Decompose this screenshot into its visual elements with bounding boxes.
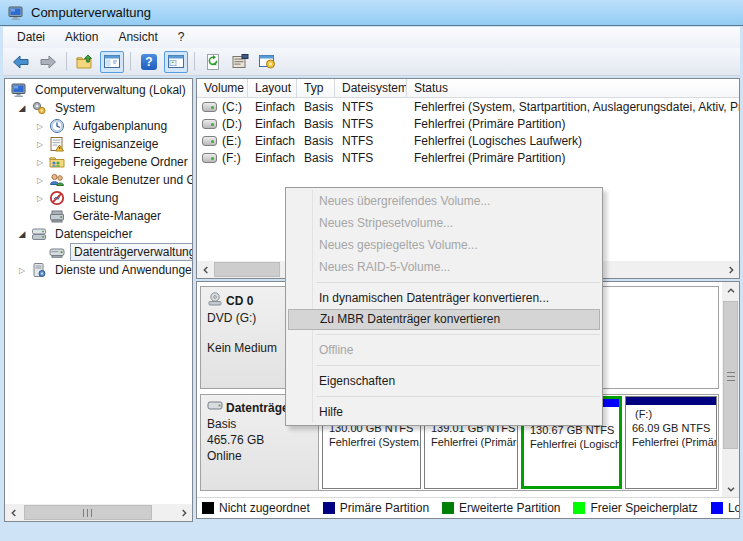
toolbar-separator <box>194 52 195 71</box>
volume-row-f[interactable]: (F:) Einfach Basis NTFS Fehlerfrei (Prim… <box>197 149 739 166</box>
scroll-left-icon[interactable] <box>197 261 214 278</box>
performance-icon <box>49 190 65 206</box>
tree-item-dienste[interactable]: ▷ Dienste und Anwendungen <box>5 261 192 279</box>
partition-color-bar <box>626 397 716 405</box>
menu-item-neues-raid5-volume: Neues RAID-5-Volume... <box>286 256 602 278</box>
expander-collapsed-icon[interactable]: ▷ <box>31 176 49 185</box>
legend-swatch <box>202 502 214 514</box>
tree-item-leistung[interactable]: ▷ Leistung <box>5 189 192 207</box>
disk-management-icon <box>49 244 65 260</box>
toolbar-separator <box>66 52 67 71</box>
event-viewer-icon <box>49 136 65 152</box>
expander-expanded-icon[interactable]: ◢ <box>13 103 31 113</box>
expander-collapsed-icon[interactable]: ▷ <box>31 122 49 131</box>
tree-item-system[interactable]: ◢ System <box>5 99 192 117</box>
scroll-up-icon[interactable] <box>722 282 739 299</box>
legend-free-space: Freier Speicherplatz <box>573 501 697 515</box>
expander-collapsed-icon[interactable]: ▷ <box>31 194 49 203</box>
volume-row-c[interactable]: (C:) Einfach Basis NTFS Fehlerfrei (Syst… <box>197 98 739 115</box>
legend-swatch <box>573 502 585 514</box>
tree-item-label: Datenspeicher <box>52 226 135 242</box>
scroll-right-icon[interactable] <box>175 504 192 521</box>
menu-aktion[interactable]: Aktion <box>55 27 108 48</box>
folder-up-icon[interactable] <box>73 51 97 73</box>
tree-item-label: Geräte-Manager <box>70 208 164 224</box>
tree-item-freigegebene-ordner[interactable]: ▷ Freigegebene Ordner <box>5 153 192 171</box>
tree-item-label: Aufgabenplanung <box>70 118 170 134</box>
tree-item-aufgabenplanung[interactable]: ▷ Aufgabenplanung <box>5 117 192 135</box>
tree-horizontal-scrollbar[interactable] <box>5 504 192 521</box>
drive-icon <box>202 153 217 163</box>
expander-collapsed-icon[interactable]: ▷ <box>31 158 49 167</box>
menu-ansicht[interactable]: Ansicht <box>108 27 167 48</box>
toolbar: ? <box>3 48 740 76</box>
tree-item-ereignisanzeige[interactable]: ▷ Ereignisanzeige <box>5 135 192 153</box>
legend-extended-partition: Erweiterte Partition <box>442 501 560 515</box>
services-icon <box>31 262 47 278</box>
column-header-dateisystem[interactable]: Dateisystem <box>335 79 407 97</box>
back-icon[interactable] <box>9 51 33 73</box>
legend-swatch <box>711 502 723 514</box>
device-manager-icon <box>49 208 65 224</box>
menu-item-eigenschaften[interactable]: Eigenschaften <box>286 370 602 392</box>
menu-help[interactable]: ? <box>168 27 195 48</box>
scroll-right-icon[interactable] <box>722 261 739 278</box>
gears-icon <box>31 100 47 116</box>
cd-title: CD 0 <box>226 293 253 309</box>
window-title: Computerverwaltung <box>31 5 151 20</box>
drive-icon <box>202 102 217 112</box>
column-header-typ[interactable]: Typ <box>297 79 335 97</box>
drive-icon <box>202 119 217 129</box>
properties-icon[interactable] <box>228 51 252 73</box>
tree-item-label: Lokale Benutzer und Gruppen <box>70 172 193 188</box>
tree-item-datenspeicher[interactable]: ◢ Datenspeicher <box>5 225 192 243</box>
volume-table-header: Volume Layout Typ Dateisystem Status <box>197 79 739 98</box>
disk-console-icon[interactable] <box>255 51 279 73</box>
volume-row-d[interactable]: (D:) Einfach Basis NTFS Fehlerfrei (Prim… <box>197 115 739 132</box>
scroll-down-icon[interactable] <box>722 480 739 497</box>
menu-datei[interactable]: Datei <box>7 27 55 48</box>
partition-f[interactable]: (F:) 66.09 GB NTFS Fehlerfrei (Primäre P… <box>625 396 717 489</box>
tree-item-label: System <box>52 100 98 116</box>
tree-item-lokale-benutzer[interactable]: ▷ Lokale Benutzer und Gruppen <box>5 171 192 189</box>
expander-collapsed-icon[interactable]: ▷ <box>13 266 31 275</box>
tree-item-geraete-manager[interactable]: Geräte-Manager <box>5 207 192 225</box>
legend-swatch <box>323 502 335 514</box>
cd-icon <box>207 292 223 310</box>
tree-item-datentraegerverwaltung[interactable]: Datenträgerverwaltung <box>5 243 192 261</box>
column-header-volume[interactable]: Volume <box>197 79 248 97</box>
scrollbar-thumb[interactable] <box>24 505 152 520</box>
expander-expanded-icon[interactable]: ◢ <box>13 229 31 239</box>
column-header-layout[interactable]: Layout <box>248 79 297 97</box>
title-bar: Computerverwaltung <box>0 0 743 26</box>
storage-icon <box>31 226 47 242</box>
expander-collapsed-icon[interactable]: ▷ <box>31 140 49 149</box>
help-icon[interactable]: ? <box>137 51 161 73</box>
graphical-view-vertical-scrollbar[interactable] <box>722 282 739 497</box>
tree-item-computerverwaltung[interactable]: Computerverwaltung (Lokal) <box>5 81 192 99</box>
clock-icon <box>49 118 65 134</box>
menu-item-hilfe[interactable]: Hilfe <box>286 401 602 423</box>
app-icon <box>8 5 24 21</box>
legend-unallocated: Nicht zugeordnet <box>202 501 310 515</box>
menu-separator <box>316 396 600 397</box>
legend-primary-partition: Primäre Partition <box>323 501 429 515</box>
window-frame-bottom <box>0 522 743 541</box>
scrollbar-thumb[interactable] <box>723 301 738 449</box>
tree-item-label: Dienste und Anwendungen <box>52 262 193 278</box>
menu-item-zu-mbr-konvertieren[interactable]: Zu MBR Datenträger konvertieren <box>288 309 600 330</box>
action-pane-toggle-icon[interactable] <box>164 51 188 73</box>
legend-swatch <box>442 502 454 514</box>
tree-item-label: Computerverwaltung (Lokal) <box>32 82 189 98</box>
forward-icon[interactable] <box>36 51 60 73</box>
refresh-icon[interactable] <box>201 51 225 73</box>
menu-item-in-dynamischen-konvertieren[interactable]: In dynamischen Datenträger konvertieren.… <box>286 287 602 309</box>
scrollbar-thumb[interactable] <box>214 262 280 277</box>
volume-row-e[interactable]: (E:) Einfach Basis NTFS Fehlerfrei (Logi… <box>197 132 739 149</box>
menu-bar: Datei Aktion Ansicht ? <box>3 27 740 48</box>
computer-icon <box>11 82 27 98</box>
scroll-left-icon[interactable] <box>5 504 22 521</box>
console-tree-toggle-icon[interactable] <box>100 51 124 73</box>
column-header-status[interactable]: Status <box>407 79 739 97</box>
menu-separator <box>316 282 600 283</box>
